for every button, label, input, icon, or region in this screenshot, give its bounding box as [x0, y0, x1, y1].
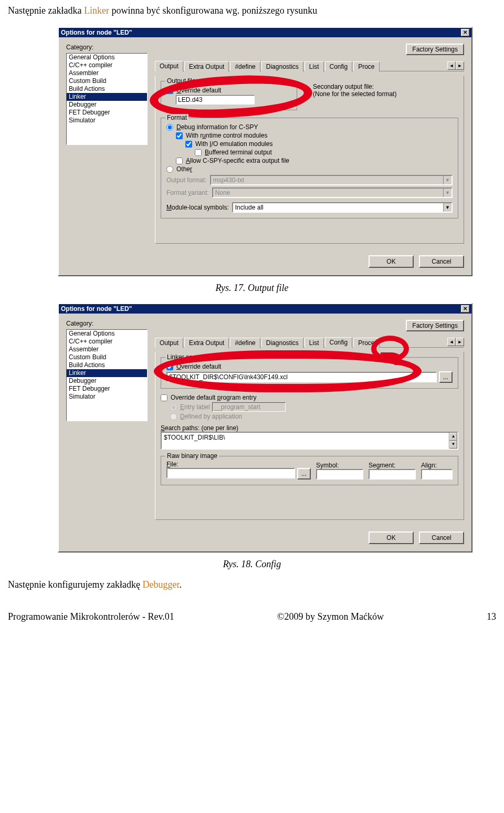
- tab-list[interactable]: List: [304, 338, 324, 348]
- close-icon[interactable]: ✕: [461, 305, 469, 312]
- cat-fet-debugger[interactable]: FET Debugger: [67, 109, 147, 117]
- category-label: Category:: [66, 44, 148, 51]
- tab-scroll-right-icon[interactable]: ►: [456, 338, 464, 346]
- output-filename-input[interactable]: [176, 95, 255, 105]
- cat-build-actions[interactable]: Build Actions: [67, 361, 147, 369]
- override-default-checkbox[interactable]: [166, 87, 173, 94]
- tab-config[interactable]: Config: [325, 61, 353, 71]
- tab-scroll-left-icon[interactable]: ◄: [447, 338, 456, 346]
- page-footer: Programowanie Mikrokontrolerów - Rev.01 …: [8, 611, 496, 622]
- intro-text: Następnie zakładka Linker powinna być sk…: [8, 5, 496, 16]
- titlebar: Options for node "LED" ✕: [59, 28, 471, 37]
- scroll-down-icon[interactable]: ▼: [449, 441, 457, 449]
- with-io-checkbox[interactable]: [185, 141, 192, 148]
- file-label: File:: [166, 461, 311, 468]
- tab-diagnostics[interactable]: Diagnostics: [261, 338, 303, 348]
- cat-ccpp[interactable]: C/C++ compiler: [67, 338, 147, 346]
- chevron-down-icon[interactable]: ▼: [443, 203, 452, 212]
- next-debugger-post: .: [179, 579, 182, 590]
- chevron-down-icon[interactable]: ▼: [443, 189, 452, 197]
- cat-assembler[interactable]: Assembler: [67, 69, 147, 77]
- secondary-output-label: Secondary output file:: [313, 83, 396, 90]
- tab-define[interactable]: #define: [230, 61, 260, 71]
- ok-button[interactable]: OK: [369, 255, 414, 268]
- tab-diagnostics[interactable]: Diagnostics: [261, 61, 303, 71]
- footer-right: 13: [487, 611, 496, 622]
- cat-general[interactable]: General Options: [67, 54, 147, 61]
- category-label: Category:: [66, 320, 148, 327]
- cat-simulator[interactable]: Simulator: [67, 393, 147, 401]
- factory-settings-button[interactable]: Factory Settings: [406, 44, 464, 55]
- tab-list[interactable]: List: [304, 61, 324, 71]
- dialog-config: Options for node "LED" ✕ Category: Gener…: [58, 303, 472, 553]
- scroll-up-icon[interactable]: ▲: [449, 433, 457, 441]
- lcf-legend: Linker command file: [165, 353, 225, 361]
- tab-define[interactable]: #define: [230, 338, 260, 348]
- intro-pre: Następnie zakładka: [8, 5, 84, 16]
- module-local-value: Include all: [233, 203, 443, 212]
- tab-scroll-right-icon[interactable]: ►: [456, 61, 464, 70]
- cat-debugger[interactable]: Debugger: [67, 101, 147, 109]
- other-radio[interactable]: [166, 166, 173, 173]
- debug-cspy-label: Debug information for C-SPY: [176, 123, 258, 131]
- allow-extra-checkbox[interactable]: [176, 158, 183, 164]
- lcf-override-checkbox[interactable]: [166, 363, 173, 370]
- buffered-checkbox[interactable]: [195, 149, 202, 156]
- raw-browse-button[interactable]: ...: [297, 468, 311, 480]
- raw-file-input[interactable]: [166, 468, 295, 478]
- tab-output[interactable]: Output: [155, 338, 183, 348]
- dialog-output: Options for node "LED" ✕ Category: Gener…: [58, 27, 472, 276]
- defined-by-app-radio: [170, 413, 177, 420]
- output-format-label: Output format:: [166, 176, 207, 184]
- close-icon[interactable]: ✕: [461, 29, 469, 36]
- footer-left: Programowanie Mikrokontrolerów - Rev.01: [8, 611, 174, 622]
- tab-output[interactable]: Output: [155, 61, 183, 71]
- output-format-value: msp430-txt: [211, 176, 443, 184]
- factory-settings-button[interactable]: Factory Settings: [406, 320, 464, 331]
- category-list[interactable]: General Options C/C++ compiler Assembler…: [66, 53, 148, 145]
- align-input[interactable]: [421, 469, 453, 480]
- tab-content-config: Linker command file Override default ...: [155, 352, 464, 520]
- segment-input[interactable]: [369, 469, 416, 480]
- cat-assembler[interactable]: Assembler: [67, 346, 147, 353]
- tab-extra-output[interactable]: Extra Output: [184, 61, 229, 71]
- raw-binary-legend: Raw binary image: [165, 452, 219, 460]
- module-local-label: Module-local symbols:: [166, 204, 229, 211]
- tab-scroll-left-icon[interactable]: ◄: [447, 61, 456, 70]
- tab-proce[interactable]: Proce: [353, 61, 379, 71]
- defined-by-app-label: Defined by application: [180, 413, 242, 420]
- debug-cspy-radio[interactable]: [166, 124, 173, 131]
- cat-custom-build[interactable]: Custom Build: [67, 353, 147, 361]
- cat-build-actions[interactable]: Build Actions: [67, 85, 147, 93]
- search-paths-textarea[interactable]: $TOOLKIT_DIR$\LIB\ ▲ ▼: [161, 432, 458, 450]
- cat-linker[interactable]: Linker: [67, 369, 147, 377]
- cat-ccpp[interactable]: C/C++ compiler: [67, 61, 147, 69]
- tab-config[interactable]: Config: [325, 337, 353, 348]
- buffered-label: Buffered terminal output: [205, 149, 272, 156]
- secondary-output-note: (None for the selected format): [313, 90, 396, 98]
- cat-custom-build[interactable]: Custom Build: [67, 77, 147, 85]
- entry-label-input: [212, 402, 286, 412]
- cancel-button[interactable]: Cancel: [419, 255, 464, 268]
- category-list[interactable]: General Options C/C++ compiler Assembler…: [66, 329, 148, 421]
- symbol-input[interactable]: [316, 469, 363, 480]
- entry-label-radio: [170, 404, 177, 411]
- cat-linker[interactable]: Linker: [67, 93, 147, 101]
- titlebar: Options for node "LED" ✕: [59, 304, 471, 314]
- chevron-down-icon[interactable]: ▼: [443, 176, 452, 184]
- override-entry-checkbox[interactable]: [161, 394, 167, 401]
- lcf-path-input[interactable]: [166, 372, 437, 382]
- browse-button[interactable]: ...: [439, 371, 453, 383]
- with-runtime-checkbox[interactable]: [176, 132, 183, 139]
- output-file-legend: Output file: [165, 77, 197, 85]
- tab-proce[interactable]: Proce: [353, 338, 379, 348]
- cat-debugger[interactable]: Debugger: [67, 377, 147, 385]
- intro-linker: Linker: [84, 5, 109, 16]
- cancel-button[interactable]: Cancel: [419, 531, 464, 544]
- cat-fet-debugger[interactable]: FET Debugger: [67, 385, 147, 393]
- tab-extra-output[interactable]: Extra Output: [184, 338, 229, 348]
- ok-button[interactable]: OK: [369, 531, 414, 544]
- cat-simulator[interactable]: Simulator: [67, 117, 147, 124]
- format-variant-label: Format variant:: [166, 189, 209, 196]
- cat-general[interactable]: General Options: [67, 330, 147, 338]
